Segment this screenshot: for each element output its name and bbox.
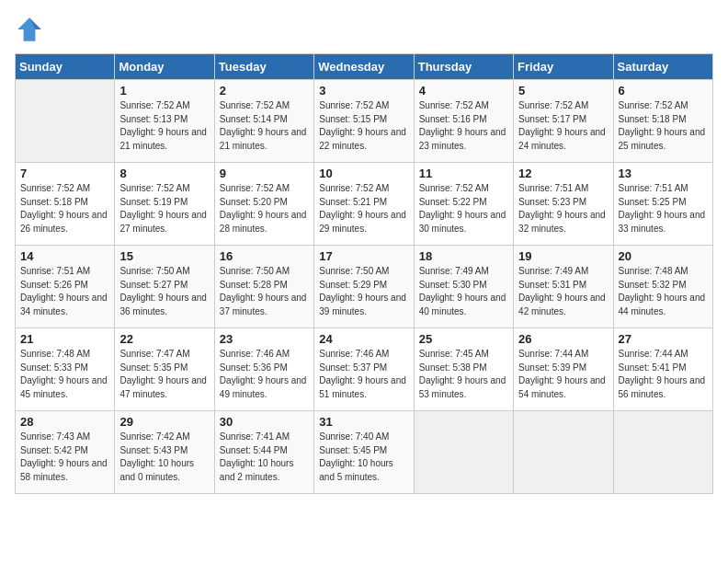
calendar-cell	[16, 80, 115, 163]
calendar-cell: 3Sunrise: 7:52 AMSunset: 5:15 PMDaylight…	[314, 80, 414, 163]
day-number: 9	[220, 167, 309, 180]
calendar-cell: 18Sunrise: 7:49 AMSunset: 5:30 PMDayligh…	[414, 246, 513, 328]
calendar-cell: 28Sunrise: 7:43 AMSunset: 5:42 PMDayligh…	[16, 411, 115, 494]
logo	[15, 15, 46, 44]
calendar-cell: 20Sunrise: 7:48 AMSunset: 5:32 PMDayligh…	[613, 246, 712, 328]
day-number: 2	[220, 84, 309, 98]
day-info: Sunrise: 7:52 AMSunset: 5:14 PMDaylight:…	[220, 99, 309, 153]
calendar-cell: 19Sunrise: 7:49 AMSunset: 5:31 PMDayligh…	[514, 246, 613, 328]
calendar-cell: 15Sunrise: 7:50 AMSunset: 5:27 PMDayligh…	[115, 246, 214, 328]
day-number: 8	[119, 167, 209, 180]
calendar-cell: 7Sunrise: 7:52 AMSunset: 5:18 PMDaylight…	[16, 163, 115, 246]
day-number: 1	[119, 84, 209, 98]
day-info: Sunrise: 7:52 AMSunset: 5:21 PMDaylight:…	[319, 182, 408, 236]
day-info: Sunrise: 7:52 AMSunset: 5:19 PMDaylight:…	[119, 182, 209, 236]
day-info: Sunrise: 7:49 AMSunset: 5:30 PMDaylight:…	[419, 265, 508, 318]
day-info: Sunrise: 7:46 AMSunset: 5:36 PMDaylight:…	[220, 348, 309, 401]
day-number: 10	[319, 167, 408, 180]
calendar-cell: 13Sunrise: 7:51 AMSunset: 5:25 PMDayligh…	[613, 163, 712, 246]
day-info: Sunrise: 7:47 AMSunset: 5:35 PMDaylight:…	[119, 348, 209, 401]
weekday-header-friday: Friday	[514, 54, 613, 80]
week-row-3: 14Sunrise: 7:51 AMSunset: 5:26 PMDayligh…	[16, 246, 713, 328]
day-number: 28	[20, 415, 109, 429]
calendar-cell: 17Sunrise: 7:50 AMSunset: 5:29 PMDayligh…	[314, 246, 414, 328]
day-info: Sunrise: 7:42 AMSunset: 5:43 PMDaylight:…	[119, 431, 209, 484]
day-number: 20	[619, 249, 708, 263]
day-info: Sunrise: 7:43 AMSunset: 5:42 PMDaylight:…	[20, 431, 109, 484]
day-number: 18	[419, 249, 508, 263]
day-info: Sunrise: 7:46 AMSunset: 5:37 PMDaylight:…	[319, 348, 408, 401]
day-info: Sunrise: 7:52 AMSunset: 5:18 PMDaylight:…	[20, 182, 109, 236]
weekday-header-wednesday: Wednesday	[314, 54, 414, 80]
day-number: 27	[619, 332, 708, 346]
day-number: 4	[419, 84, 508, 98]
week-row-1: 1Sunrise: 7:52 AMSunset: 5:13 PMDaylight…	[16, 80, 713, 163]
weekday-header-monday: Monday	[115, 54, 214, 80]
calendar-cell: 8Sunrise: 7:52 AMSunset: 5:19 PMDaylight…	[115, 163, 214, 246]
day-number: 19	[518, 249, 608, 263]
day-number: 6	[619, 84, 708, 98]
weekday-header-thursday: Thursday	[414, 54, 513, 80]
day-number: 7	[20, 167, 109, 180]
calendar-cell: 14Sunrise: 7:51 AMSunset: 5:26 PMDayligh…	[16, 246, 115, 328]
weekday-header-tuesday: Tuesday	[214, 54, 313, 80]
day-info: Sunrise: 7:52 AMSunset: 5:15 PMDaylight:…	[319, 99, 408, 153]
calendar-cell: 24Sunrise: 7:46 AMSunset: 5:37 PMDayligh…	[314, 328, 414, 411]
day-info: Sunrise: 7:50 AMSunset: 5:28 PMDaylight:…	[220, 265, 309, 318]
day-info: Sunrise: 7:48 AMSunset: 5:33 PMDaylight:…	[20, 348, 109, 401]
calendar-cell: 25Sunrise: 7:45 AMSunset: 5:38 PMDayligh…	[414, 328, 513, 411]
weekday-header-row: SundayMondayTuesdayWednesdayThursdayFrid…	[16, 54, 713, 80]
day-number: 31	[319, 415, 408, 429]
day-number: 25	[419, 332, 508, 346]
calendar-cell: 23Sunrise: 7:46 AMSunset: 5:36 PMDayligh…	[214, 328, 313, 411]
calendar-cell: 16Sunrise: 7:50 AMSunset: 5:28 PMDayligh…	[214, 246, 313, 328]
calendar-cell: 9Sunrise: 7:52 AMSunset: 5:20 PMDaylight…	[214, 163, 313, 246]
day-number: 13	[619, 167, 708, 180]
day-info: Sunrise: 7:40 AMSunset: 5:45 PMDaylight:…	[319, 431, 408, 484]
calendar-cell: 21Sunrise: 7:48 AMSunset: 5:33 PMDayligh…	[16, 328, 115, 411]
day-number: 11	[419, 167, 508, 180]
calendar-cell: 31Sunrise: 7:40 AMSunset: 5:45 PMDayligh…	[314, 411, 414, 494]
calendar-cell: 22Sunrise: 7:47 AMSunset: 5:35 PMDayligh…	[115, 328, 214, 411]
day-number: 23	[220, 332, 309, 346]
day-info: Sunrise: 7:45 AMSunset: 5:38 PMDaylight:…	[419, 348, 508, 401]
day-info: Sunrise: 7:52 AMSunset: 5:13 PMDaylight:…	[119, 99, 209, 153]
day-info: Sunrise: 7:50 AMSunset: 5:29 PMDaylight:…	[319, 265, 408, 318]
day-info: Sunrise: 7:49 AMSunset: 5:31 PMDaylight:…	[518, 265, 608, 318]
week-row-2: 7Sunrise: 7:52 AMSunset: 5:18 PMDaylight…	[16, 163, 713, 246]
day-number: 21	[20, 332, 109, 346]
calendar-cell: 4Sunrise: 7:52 AMSunset: 5:16 PMDaylight…	[414, 80, 513, 163]
day-info: Sunrise: 7:52 AMSunset: 5:18 PMDaylight:…	[619, 99, 708, 153]
day-number: 24	[319, 332, 408, 346]
calendar-cell: 1Sunrise: 7:52 AMSunset: 5:13 PMDaylight…	[115, 80, 214, 163]
calendar-cell	[414, 411, 513, 494]
weekday-header-saturday: Saturday	[613, 54, 712, 80]
day-info: Sunrise: 7:51 AMSunset: 5:26 PMDaylight:…	[20, 265, 109, 318]
day-number: 17	[319, 249, 408, 263]
week-row-5: 28Sunrise: 7:43 AMSunset: 5:42 PMDayligh…	[16, 411, 713, 494]
calendar-cell: 29Sunrise: 7:42 AMSunset: 5:43 PMDayligh…	[115, 411, 214, 494]
day-number: 15	[119, 249, 209, 263]
calendar-cell: 12Sunrise: 7:51 AMSunset: 5:23 PMDayligh…	[514, 163, 613, 246]
page-header	[15, 15, 713, 44]
calendar-cell: 2Sunrise: 7:52 AMSunset: 5:14 PMDaylight…	[214, 80, 313, 163]
week-row-4: 21Sunrise: 7:48 AMSunset: 5:33 PMDayligh…	[16, 328, 713, 411]
calendar-cell: 11Sunrise: 7:52 AMSunset: 5:22 PMDayligh…	[414, 163, 513, 246]
logo-icon	[15, 15, 44, 44]
day-info: Sunrise: 7:52 AMSunset: 5:16 PMDaylight:…	[419, 99, 508, 153]
day-number: 30	[220, 415, 309, 429]
calendar-cell: 6Sunrise: 7:52 AMSunset: 5:18 PMDaylight…	[613, 80, 712, 163]
day-info: Sunrise: 7:52 AMSunset: 5:22 PMDaylight:…	[419, 182, 508, 236]
day-number: 29	[119, 415, 209, 429]
day-info: Sunrise: 7:48 AMSunset: 5:32 PMDaylight:…	[619, 265, 708, 318]
day-info: Sunrise: 7:52 AMSunset: 5:17 PMDaylight:…	[518, 99, 608, 153]
calendar-table: SundayMondayTuesdayWednesdayThursdayFrid…	[15, 53, 713, 494]
day-info: Sunrise: 7:41 AMSunset: 5:44 PMDaylight:…	[220, 431, 309, 484]
day-info: Sunrise: 7:52 AMSunset: 5:20 PMDaylight:…	[220, 182, 309, 236]
calendar-cell: 5Sunrise: 7:52 AMSunset: 5:17 PMDaylight…	[514, 80, 613, 163]
day-number: 26	[518, 332, 608, 346]
day-number: 12	[518, 167, 608, 180]
day-number: 5	[518, 84, 608, 98]
day-info: Sunrise: 7:44 AMSunset: 5:39 PMDaylight:…	[518, 348, 608, 401]
day-info: Sunrise: 7:51 AMSunset: 5:25 PMDaylight:…	[619, 182, 708, 236]
